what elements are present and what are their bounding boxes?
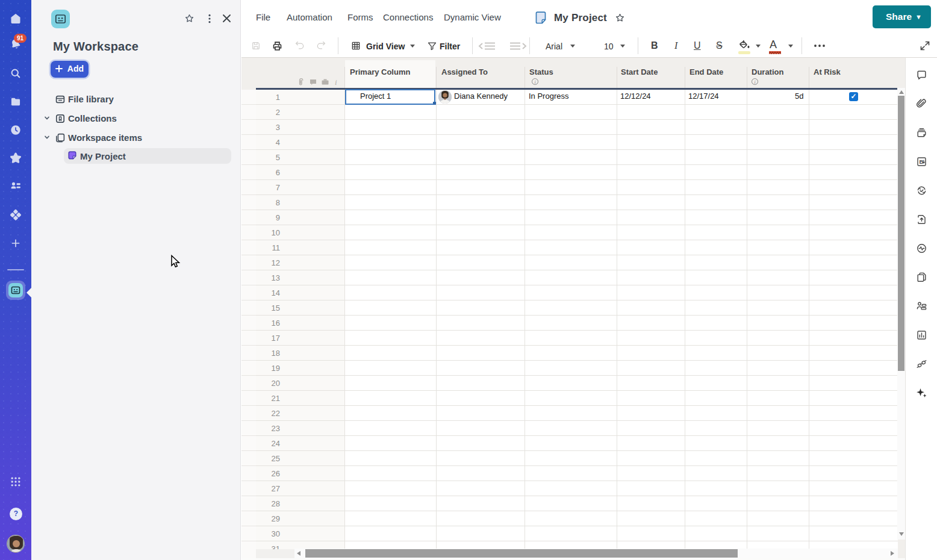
svg-text:B: B <box>920 158 924 165</box>
